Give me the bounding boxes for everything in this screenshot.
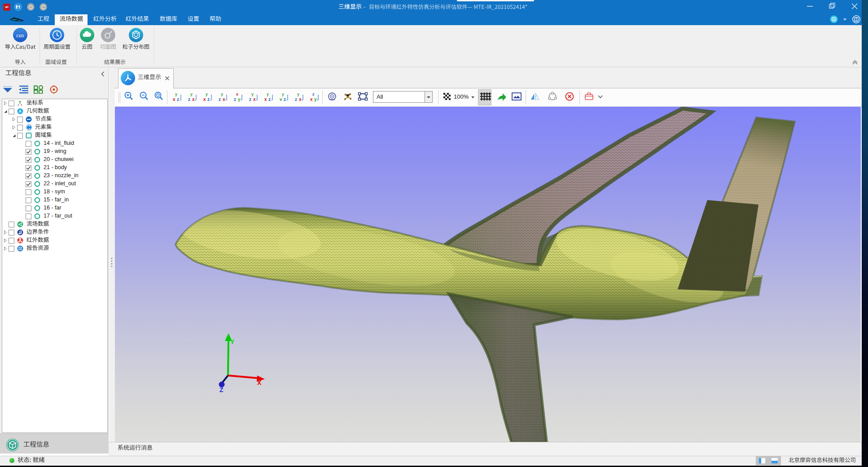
svg-text:z: z [234, 97, 236, 102]
svg-text:z: z [219, 97, 221, 102]
svg-text:y: y [282, 92, 284, 96]
svg-text:z: z [268, 97, 271, 102]
svg-text:z: z [295, 97, 297, 102]
svg-text:x: x [203, 97, 206, 102]
svg-text:z: z [207, 97, 210, 102]
svg-text:z: z [312, 92, 315, 96]
svg-text:y: y [206, 92, 208, 96]
svg-text:z: z [249, 97, 251, 102]
svg-text:y: y [267, 92, 269, 96]
svg-text:x: x [223, 97, 225, 102]
svg-text:v: v [280, 97, 282, 102]
svg-text:y: y [175, 92, 177, 96]
svg-text:x: x [264, 97, 267, 102]
svg-text:y: y [314, 97, 317, 102]
svg-text:X: X [257, 379, 262, 386]
svg-text:z: z [284, 97, 286, 102]
svg-text:x: x [192, 97, 195, 102]
svg-text:y: y [297, 92, 299, 96]
svg-text:x: x [173, 97, 175, 102]
svg-text:cas: cas [16, 32, 24, 39]
svg-text:z: z [177, 97, 179, 102]
svg-text:y: y [221, 92, 223, 96]
svg-text:Z: Z [219, 386, 224, 393]
svg-text:y: y [238, 97, 241, 102]
svg-text:x: x [253, 97, 256, 102]
svg-text:Y: Y [230, 338, 235, 345]
svg-text:z: z [18, 103, 19, 106]
svg-text:x: x [236, 92, 238, 96]
svg-text:y: y [190, 92, 193, 96]
svg-text:z: z [188, 97, 190, 102]
svg-text:x: x [299, 97, 302, 102]
svg-text:x: x [310, 97, 313, 102]
svg-text:y: y [251, 92, 254, 96]
svg-text:x: x [21, 103, 22, 106]
